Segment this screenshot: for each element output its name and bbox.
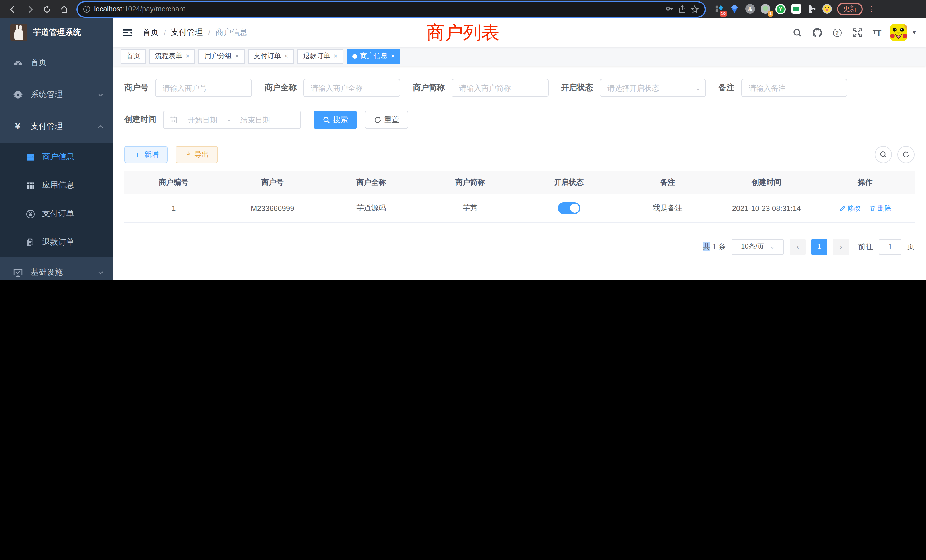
- close-icon[interactable]: ×: [235, 53, 239, 59]
- app-logo-rabbit: [10, 24, 27, 41]
- extension-avatar-icon[interactable]: 1: [760, 4, 770, 14]
- browser-home-button[interactable]: [57, 2, 71, 16]
- browser-update-button[interactable]: 更新: [837, 3, 863, 15]
- col-status: 开启状态: [519, 171, 618, 194]
- goto-label: 前往: [858, 242, 873, 252]
- sidebar-item-label: 系统管理: [31, 89, 89, 100]
- sidebar-item-app-info[interactable]: 应用信息: [0, 171, 113, 200]
- page-unit-label: 页: [907, 242, 915, 252]
- gear-icon: [12, 90, 23, 100]
- search-button[interactable]: 搜索: [313, 110, 357, 129]
- add-button[interactable]: ＋ 新增: [124, 146, 168, 163]
- full-name-input[interactable]: [303, 79, 400, 97]
- next-page-button[interactable]: ›: [833, 239, 849, 254]
- top-navbar: 首页 / 支付管理 / 商户信息 ?: [113, 18, 926, 47]
- remark-label: 备注: [719, 83, 734, 93]
- start-date-input[interactable]: [182, 115, 223, 125]
- monitor-icon: [12, 268, 23, 277]
- tab-merchant-info[interactable]: 商户信息×: [346, 49, 401, 64]
- app-title: 芋道管理系统: [33, 27, 81, 38]
- close-icon[interactable]: ×: [334, 53, 337, 59]
- breadcrumb-separator: /: [163, 28, 166, 37]
- goto-page-input[interactable]: [879, 239, 902, 254]
- grid-icon: [25, 180, 35, 190]
- sidebar-item-pay[interactable]: ¥ 支付管理: [0, 110, 113, 142]
- date-range-picker[interactable]: -: [163, 110, 301, 129]
- extension-command-icon[interactable]: ⌘: [745, 4, 755, 14]
- screen: i localhost:1024/pay/merchant 10 ⌘: [0, 0, 926, 280]
- tab-pay-order[interactable]: 支付订单×: [248, 49, 294, 64]
- col-merchant-id: 商户编号: [124, 171, 223, 194]
- export-button[interactable]: 导出: [176, 146, 218, 163]
- browser-back-button[interactable]: [6, 2, 20, 16]
- tab-home[interactable]: 首页: [121, 49, 146, 64]
- app-logo-row[interactable]: 芋道管理系统: [0, 18, 113, 47]
- site-info-icon[interactable]: i: [83, 6, 90, 12]
- extensions-puzzle-icon[interactable]: [806, 4, 817, 14]
- github-icon[interactable]: [810, 26, 824, 39]
- extension-y-icon[interactable]: Y: [775, 4, 786, 14]
- extension-chat-icon[interactable]: [791, 4, 801, 14]
- merchant-no-input[interactable]: [155, 79, 252, 97]
- sidebar-item-refund-order[interactable]: 退款订单: [0, 228, 113, 257]
- end-date-input[interactable]: [235, 115, 276, 125]
- table-header-row: 商户编号 商户号 商户全称 商户简称 开启状态 备注 创建时间 操作: [124, 171, 915, 194]
- extension-gem-icon[interactable]: [729, 4, 740, 14]
- avatar-caret-icon[interactable]: ▼: [912, 30, 917, 35]
- chevron-down-icon: ⌄: [770, 244, 775, 250]
- share-icon[interactable]: [678, 5, 687, 14]
- page-size-select[interactable]: 10条/页 ⌄: [732, 239, 784, 254]
- status-select[interactable]: [600, 79, 706, 97]
- breadcrumb-home[interactable]: 首页: [142, 27, 159, 38]
- tab-user-group[interactable]: 用户分组×: [199, 49, 245, 64]
- sidebar-item-label: 支付订单: [42, 209, 74, 219]
- address-bar[interactable]: i localhost:1024/pay/merchant: [77, 2, 705, 16]
- help-icon[interactable]: ?: [830, 26, 844, 39]
- col-full-name: 商户全称: [322, 171, 421, 194]
- status-toggle[interactable]: [557, 203, 580, 214]
- sidebar-item-system[interactable]: 系统管理: [0, 79, 113, 110]
- toggle-search-button[interactable]: [875, 146, 892, 163]
- sidebar-item-pay-order[interactable]: 支付订单: [0, 200, 113, 228]
- page-1-button[interactable]: 1: [811, 239, 828, 254]
- chevron-up-icon: [97, 123, 104, 130]
- reset-button[interactable]: 重置: [365, 110, 408, 129]
- sidebar-collapse-icon[interactable]: [122, 27, 133, 38]
- search-icon[interactable]: [790, 26, 804, 39]
- close-icon[interactable]: ×: [391, 53, 395, 59]
- bookmark-star-icon[interactable]: [690, 5, 699, 14]
- close-icon[interactable]: ×: [284, 53, 288, 59]
- dashboard-icon: [12, 58, 23, 68]
- password-key-icon[interactable]: [665, 5, 674, 14]
- cell-merchant-id: 1: [124, 194, 223, 222]
- sidebar-item-home[interactable]: 首页: [0, 47, 113, 79]
- sidebar-item-label: 应用信息: [42, 180, 74, 191]
- create-time-label: 创建时间: [124, 115, 156, 125]
- browser-forward-button[interactable]: [23, 2, 36, 16]
- extension-blocks-icon[interactable]: 10: [714, 4, 724, 14]
- pagination: 共 1 条 10条/页 ⌄ ‹ 1 › 前往 页: [124, 239, 915, 254]
- profile-emoji-icon[interactable]: [822, 4, 832, 14]
- tab-process-form[interactable]: 流程表单×: [150, 49, 195, 64]
- refresh-button[interactable]: [897, 146, 915, 163]
- tab-refund-order[interactable]: 退款订单×: [297, 49, 343, 64]
- fullscreen-icon[interactable]: [850, 26, 864, 39]
- sidebar-item-infra[interactable]: 基础设施: [0, 257, 113, 280]
- font-size-icon[interactable]: TT: [870, 26, 884, 39]
- delete-link[interactable]: 删除: [870, 203, 891, 213]
- browser-menu-icon[interactable]: ⋮: [868, 5, 875, 14]
- breadcrumb-pay[interactable]: 支付管理: [171, 27, 203, 38]
- remark-input[interactable]: [741, 79, 847, 97]
- prev-page-button[interactable]: ‹: [790, 239, 806, 254]
- sidebar-item-merchant-info[interactable]: 商户信息: [0, 142, 113, 171]
- edit-link[interactable]: 修改: [839, 203, 861, 213]
- full-name-label: 商户全称: [265, 83, 297, 93]
- cell-short-name: 芋艿: [421, 194, 520, 222]
- sidebar-item-label: 首页: [31, 58, 104, 68]
- close-icon[interactable]: ×: [186, 53, 189, 59]
- short-name-input[interactable]: [452, 79, 549, 97]
- browser-reload-button[interactable]: [40, 2, 54, 16]
- pay-submenu: 商户信息 应用信息 支付订单: [0, 142, 113, 257]
- user-avatar[interactable]: [890, 24, 907, 41]
- url-text[interactable]: localhost:1024/pay/merchant: [94, 5, 661, 13]
